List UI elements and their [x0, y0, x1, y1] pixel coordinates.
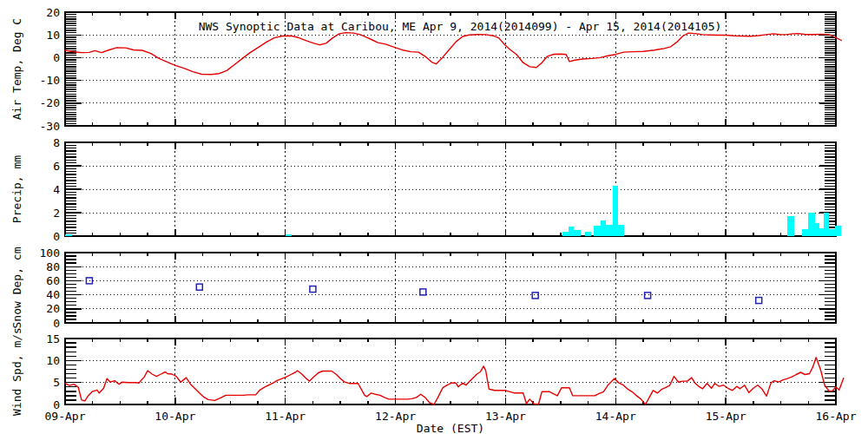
y-tick-label: -20	[40, 96, 60, 109]
snow-depth-point	[310, 286, 316, 293]
precip-bar	[286, 234, 293, 236]
snow-depth-point	[532, 293, 538, 299]
y-tick-label: 100	[40, 247, 60, 260]
y-tick-label: 40	[46, 288, 60, 301]
y-tick-label: 10	[46, 29, 60, 42]
synoptic-meteogram: -30-20-1001020Air Temp, Deg C02468Precip…	[0, 0, 868, 434]
panel-frame	[65, 253, 836, 323]
y-tick-label: 8	[53, 136, 60, 149]
x-tick-label: 12-Apr	[375, 410, 416, 423]
precip-bar	[65, 234, 72, 236]
synoptic-plot-canvas: -30-20-1001020Air Temp, Deg C02468Precip…	[0, 0, 868, 434]
snow-depth-point	[756, 298, 762, 304]
x-tick-label: 14-Apr	[595, 410, 636, 423]
x-tick-label: 10-Apr	[155, 410, 195, 423]
wind-spd-line	[65, 358, 844, 404]
x-axis-label: Date (EST)	[417, 422, 484, 434]
y-tick-label: 0	[53, 51, 60, 64]
x-tick-label: 11-Apr	[265, 410, 306, 423]
y-tick-label: 15	[46, 332, 60, 345]
panel-wind-spd: 051015Wind Spd, m/s	[10, 327, 844, 416]
snow-depth-point	[645, 293, 651, 299]
precip-bar	[613, 186, 618, 236]
snow-depth-point	[86, 278, 92, 284]
y-tick-label: 80	[46, 260, 60, 273]
chart-title: NWS Synoptic Data at Caribou, ME Apr 9, …	[199, 20, 722, 33]
snow-depth-point	[420, 289, 426, 295]
precip-bar	[835, 226, 842, 236]
panel-precip: 02468Precip, mm	[10, 136, 841, 243]
x-tick-label: 13-Apr	[485, 410, 526, 423]
x-tick-label: 15-Apr	[706, 410, 746, 423]
precip-bar	[585, 232, 592, 236]
y-tick-label: 4	[53, 183, 60, 196]
y-tick-label: 0	[53, 230, 60, 243]
precip-bar	[815, 223, 819, 236]
precip-bar	[601, 220, 606, 236]
precip-bar	[808, 213, 815, 236]
precip-bar	[618, 225, 625, 237]
precip-bar	[829, 229, 834, 236]
precip-bar	[787, 216, 794, 236]
panel-frame	[65, 339, 836, 404]
y-tick-label: 20	[46, 6, 60, 19]
y-axis-title: Air Temp, Deg C	[10, 18, 23, 120]
y-tick-label: 10	[46, 354, 60, 367]
y-tick-label: 6	[53, 160, 60, 173]
y-tick-label: 0	[53, 317, 60, 330]
precip-bar	[574, 230, 581, 236]
y-axis-title: Snow Dep, cm	[10, 247, 23, 328]
y-tick-label: 5	[53, 376, 60, 389]
y-tick-label: -10	[40, 74, 60, 87]
x-tick-label: 16-Apr	[816, 410, 857, 423]
precip-bar	[606, 225, 613, 236]
snow-depth-point	[196, 284, 202, 290]
precip-bar	[819, 228, 824, 236]
precip-bar	[802, 229, 809, 236]
precip-bar	[594, 226, 601, 236]
x-tick-label: 09-Apr	[45, 410, 86, 423]
precip-bar	[824, 213, 829, 236]
y-tick-label: 20	[46, 302, 60, 315]
panel-snow-dep: 020406080100Snow Dep, cm	[10, 247, 836, 330]
air-temp-line	[65, 33, 841, 75]
precip-bar	[562, 232, 568, 236]
y-tick-label: -30	[40, 120, 60, 133]
y-tick-label: 2	[53, 207, 60, 220]
precip-bar	[569, 227, 574, 237]
y-axis-title: Precip, mm	[10, 155, 23, 223]
y-tick-label: 60	[46, 274, 60, 287]
y-axis-title: Wind Spd, m/s	[10, 327, 23, 416]
